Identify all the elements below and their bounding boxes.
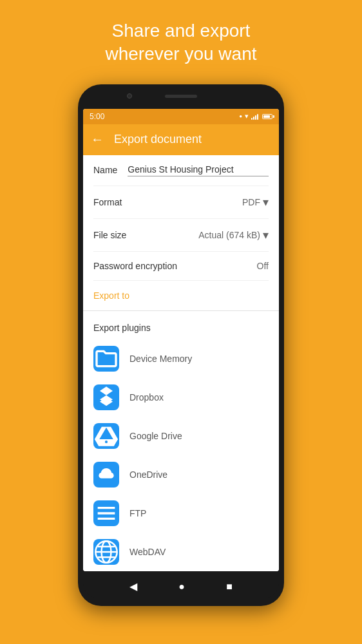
plugin-name-google-drive: Google Drive — [129, 431, 182, 441]
device-memory-icon — [93, 346, 119, 372]
format-dropdown-arrow-icon: ▾ — [263, 195, 269, 209]
status-bar: 5:00 ● ▾ — [83, 109, 279, 124]
battery-icon — [262, 114, 272, 119]
status-icons: ● ▾ — [239, 112, 272, 120]
plugin-item-device-memory[interactable]: Device Memory — [83, 339, 279, 378]
format-dropdown[interactable]: PDF ▾ — [242, 195, 269, 209]
onedrive-icon — [93, 462, 119, 488]
password-label: Password encryption — [93, 261, 177, 271]
format-label: Format — [93, 197, 122, 207]
dropbox-icon — [93, 384, 119, 410]
name-input[interactable] — [128, 164, 269, 176]
status-time: 5:00 — [90, 112, 104, 121]
notification-dot-icon: ● — [239, 113, 242, 119]
plugins-section: Export plugins Device Memory Dropbox — [83, 311, 279, 571]
phone-device: 5:00 ● ▾ ← Export document — [78, 84, 284, 606]
filesize-value: Actual (674 kB) — [198, 230, 260, 240]
filesize-row[interactable]: File size Actual (674 kB) ▾ — [93, 219, 269, 252]
wifi-icon: ▾ — [245, 112, 249, 120]
plugin-item-onedrive[interactable]: OneDrive — [83, 455, 279, 494]
plugin-item-ftp[interactable]: FTP — [83, 494, 279, 533]
headline: Share and export wherever you want — [105, 19, 256, 66]
phone-camera — [127, 93, 132, 99]
back-button[interactable]: ← — [91, 132, 104, 147]
google-drive-icon — [93, 423, 119, 449]
plugin-item-google-drive[interactable]: Google Drive — [83, 417, 279, 455]
phone-top-bar — [83, 92, 279, 105]
format-value: PDF — [242, 197, 260, 207]
name-row: Name — [93, 155, 269, 186]
filesize-dropdown[interactable]: Actual (674 kB) ▾ — [198, 228, 269, 242]
ftp-icon — [93, 500, 119, 526]
password-row[interactable]: Password encryption Off — [93, 252, 269, 281]
toolbar-title: Export document — [114, 133, 202, 146]
plugins-header: Export plugins — [83, 317, 279, 339]
nav-home-button[interactable]: ● — [178, 581, 185, 592]
export-to-section: Export to — [83, 281, 279, 311]
phone-screen: 5:00 ● ▾ ← Export document — [83, 109, 279, 571]
plugin-name-dropbox: Dropbox — [129, 392, 164, 402]
toolbar: ← Export document — [83, 124, 279, 155]
plugin-item-webdav[interactable]: WebDAV — [83, 533, 279, 571]
name-label: Name — [93, 165, 117, 175]
filesize-label: File size — [93, 230, 126, 240]
webdav-icon — [93, 539, 119, 565]
form-section: Name Format PDF ▾ File size Actual (674 … — [83, 155, 279, 281]
export-to-label: Export to — [93, 290, 129, 301]
signal-icon — [251, 113, 258, 120]
plugin-name-device-memory: Device Memory — [129, 354, 192, 364]
phone-speaker — [165, 95, 197, 98]
plugin-name-onedrive: OneDrive — [129, 469, 167, 480]
plugin-name-ftp: FTP — [129, 508, 146, 518]
content-area: Name Format PDF ▾ File size Actual (674 … — [83, 155, 279, 571]
password-value: Off — [257, 261, 269, 271]
plugin-item-dropbox[interactable]: Dropbox — [83, 378, 279, 417]
plugin-name-webdav: WebDAV — [129, 547, 166, 557]
filesize-dropdown-arrow-icon: ▾ — [263, 228, 269, 242]
nav-back-button[interactable]: ◀ — [129, 580, 137, 592]
format-row[interactable]: Format PDF ▾ — [93, 186, 269, 219]
phone-nav-bar: ◀ ● ■ — [83, 575, 279, 598]
nav-recents-button[interactable]: ■ — [226, 581, 233, 592]
